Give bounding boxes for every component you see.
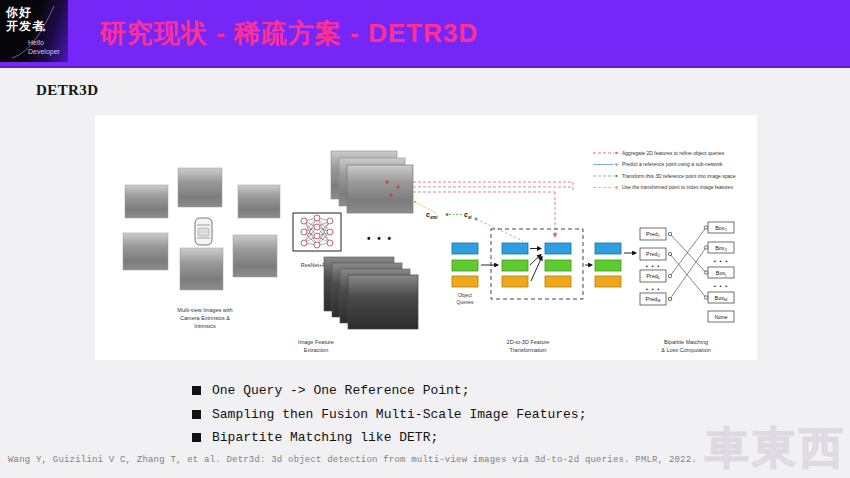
legend-label: Predict a reference point using a sub-ne… — [622, 161, 723, 167]
box-label: Box — [715, 225, 725, 231]
bipartite-matching-lines — [668, 226, 707, 301]
bullet-list: One Query -> One Reference Point; Sampli… — [192, 379, 586, 450]
blue-dashed-line — [476, 219, 523, 241]
bullet-item: Sampling then Fusion Multi-Scale Image F… — [192, 403, 586, 427]
query-column-4 — [595, 243, 621, 287]
camera-image — [180, 248, 223, 290]
green-dot — [446, 213, 449, 216]
formula-rhs-sub: ℓi — [468, 215, 472, 220]
bullet-item: One Query -> One Reference Point; — [192, 379, 586, 403]
pred-column: Pred1 Pred2 • • • Predk • • • PredM — [640, 228, 666, 305]
object-queries-line2: Queries — [457, 300, 474, 305]
bullet-text: One Query -> One Reference Point; — [212, 379, 469, 403]
ellipsis-dots: • • • — [646, 286, 661, 292]
query-columns — [452, 243, 621, 287]
camera-image — [125, 185, 168, 218]
pred-label: Pred — [646, 273, 658, 279]
query-box-green — [452, 260, 478, 271]
detr3d-architecture-diagram: Multi-view Images with Camera Extrinsics… — [95, 115, 757, 360]
projection-formula: cℓmi cℓi — [414, 201, 523, 241]
logo-cn-line1: 你好 — [6, 5, 45, 19]
stage2-label-line2: Transformation — [510, 347, 547, 353]
square-bullet-icon — [192, 433, 201, 442]
query-box-yellow — [595, 276, 621, 287]
watermark: 車東西 — [705, 426, 846, 470]
slide: 你好 开发者 Hello Developer 研究现状 - 稀疏方案 - DET… — [0, 0, 850, 478]
query-box-yellow — [452, 276, 478, 287]
query-column-2 — [502, 243, 528, 287]
blue-dot — [475, 218, 478, 221]
logo-chinese-text: 你好 开发者 — [6, 5, 45, 33]
formula-lhs-sub: ℓmi — [430, 215, 438, 220]
object-query-column — [452, 243, 478, 287]
logo-en-line1: Hello — [28, 38, 60, 47]
box-label: Box — [716, 270, 726, 276]
camera-image — [123, 233, 168, 270]
pred-label: Pred — [646, 296, 658, 302]
object-queries-label: Object Queries — [457, 293, 474, 305]
slide-title: 研究现状 - 稀疏方案 - DETR3D — [100, 16, 478, 51]
bullet-text: Bipartite Matching like DETR; — [212, 426, 438, 450]
query-box-blue — [595, 243, 621, 254]
legend-label: Transform this 3D reference point into i… — [622, 173, 736, 179]
pred-label: Pred — [646, 231, 658, 237]
legend-row-transform: Transform this 3D reference point into i… — [593, 173, 736, 179]
box-column: Box1 Box2 • • • Boxj • • • BoxM None — [708, 222, 734, 322]
ellipsis-dots: • • • — [646, 263, 661, 269]
legend-row-aggregate: Aggregate 2D features to refine object q… — [593, 150, 725, 156]
legend-label: Aggregate 2D features to refine object q… — [622, 150, 725, 156]
query-box-yellow — [545, 276, 571, 287]
logo-english-text: Hello Developer — [28, 38, 60, 56]
hello-developer-logo: 你好 开发者 Hello Developer — [0, 0, 68, 62]
ellipsis-dots: • • • — [367, 233, 393, 244]
ellipsis-dots: • • • — [714, 283, 729, 289]
camera-image — [233, 235, 277, 277]
ego-car-icon — [195, 218, 212, 245]
object-queries-line1: Object — [458, 293, 473, 298]
legend-label: Use the transformed point to index image… — [622, 184, 733, 190]
logo-en-line2: Developer — [28, 47, 60, 56]
box-sub: j — [724, 272, 726, 277]
header-bar: 你好 开发者 Hello Developer 研究现状 - 稀疏方案 - DET… — [0, 0, 850, 68]
square-bullet-icon — [192, 410, 201, 419]
pred-label: Pred — [646, 251, 658, 257]
stage3-label-line1: Bipartite Matching — [664, 339, 708, 345]
feature-maps-bottom — [324, 257, 418, 329]
logo-cn-line2: 开发者 — [6, 19, 45, 33]
stage1-label-line2: Extraction — [304, 347, 328, 353]
stage3-label-line2: & Loss Computation — [661, 347, 711, 353]
box-label: Box — [715, 245, 725, 251]
stage2-label-line1: 2D-to-3D Feature — [507, 339, 550, 345]
svg-text:cℓi: cℓi — [464, 211, 472, 220]
feature-maps-top — [331, 151, 413, 213]
query-box-green — [595, 260, 621, 271]
query-box-green — [502, 260, 528, 271]
square-bullet-icon — [192, 386, 201, 395]
legend: Aggregate 2D features to refine object q… — [593, 150, 736, 191]
multiview-label-line3: Intrinsics — [194, 323, 216, 329]
query-box-blue — [545, 243, 571, 254]
svg-text:cℓmi: cℓmi — [426, 211, 438, 220]
camera-image — [178, 168, 222, 207]
page-title: DETR3D — [36, 82, 98, 99]
multiview-images: Multi-view Images with Camera Extrinsics… — [123, 168, 280, 329]
multiview-label-line2: Camera Extrinsics & — [180, 315, 230, 321]
yellow-dot — [414, 201, 417, 204]
pred-sub: M — [657, 298, 660, 303]
ellipsis-dots: • • • — [714, 258, 729, 264]
multiview-label: Multi-view Images with Camera Extrinsics… — [177, 307, 232, 329]
none-label: None — [714, 314, 727, 320]
box-sub: M — [724, 297, 727, 302]
stage-labels: Image Feature Extraction 2D-to-3D Featur… — [298, 339, 711, 353]
query-column-3 — [545, 243, 571, 287]
query-box-yellow — [502, 276, 528, 287]
stage1-label-line1: Image Feature — [298, 339, 334, 345]
pred-sub: k — [658, 275, 660, 280]
legend-row-index: Use the transformed point to index image… — [593, 184, 733, 190]
bullet-item: Bipartite Matching like DETR; — [192, 426, 586, 450]
query-box-blue — [502, 243, 528, 254]
camera-image — [238, 185, 280, 218]
legend-row-predict: Predict a reference point using a sub-ne… — [593, 161, 723, 167]
query-box-blue — [452, 243, 478, 254]
citation: Wang Y, Guizilini V C, Zhang T, et al. D… — [8, 455, 697, 465]
